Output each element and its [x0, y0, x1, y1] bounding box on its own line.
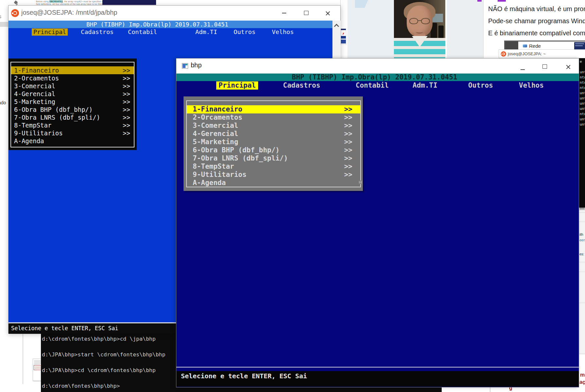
submenu-arrow: >> — [123, 66, 130, 74]
menu-item-orcamentos[interactable]: 2-Orcamentos>> — [187, 113, 360, 122]
purple-text-fragment — [477, 0, 482, 2]
menu-contabil[interactable]: Contabil — [356, 81, 389, 90]
menu-item-obra-bhp[interactable]: 6-Obra BHP (dbf_bhp/)>> — [187, 146, 360, 154]
menu-outros[interactable]: Outros — [468, 81, 493, 90]
close-button[interactable] — [566, 64, 571, 69]
submenu-arrow: >> — [344, 162, 352, 171]
embedded-terminal-titlebar: joseq@JOSEJPA: ~ — [499, 49, 585, 58]
console-line: d:\cdrom\fontes\bhp\bhp> — [42, 383, 120, 389]
submenu-arrow: >> — [344, 130, 352, 138]
submenu-arrow: >> — [123, 82, 130, 90]
minimize-button[interactable] — [521, 69, 525, 70]
menu-item-gerencial[interactable]: 4-Gerencial>> — [11, 90, 134, 98]
menu-cadastros[interactable]: Cadastros — [283, 81, 320, 90]
background-side-panel — [447, 0, 484, 58]
status-bar: Selecione e tecle ENTER, ESC Sai — [9, 323, 177, 334]
menu-item-marketing[interactable]: 5-Marketing>> — [187, 138, 360, 146]
menu-velhos[interactable]: Velhos — [519, 81, 544, 90]
page-edge-line — [23, 333, 23, 384]
wsl-titlebar[interactable]: joseq@JOSEJPA: /mnt/d/jpa/bhp — [9, 6, 340, 21]
red-text-fragment: m — [580, 372, 585, 378]
glasses-left-lens — [409, 18, 418, 24]
dropdown-menu-inner: 1-Financeiro>> 2-Orcamentos>> 3-Comercia… — [10, 62, 134, 147]
menu-principal[interactable]: Principal — [32, 28, 68, 36]
menu-item-financeiro[interactable]: 1-Financeiro>> — [11, 66, 134, 74]
menu-item-orcamentos[interactable]: 2-Orcamentos>> — [11, 74, 134, 82]
app-header-bar: BHP (TIBHP) Imp.Obra(lp) 2019.07.31.0451 — [9, 21, 332, 28]
console-line: d:\JPA\bhp>start \cdrom\fontes\bhp\bhp — [42, 351, 166, 358]
console-line: d:\JPA\bhp>cd \cdrom\fontes\bhp\bhp — [42, 367, 156, 374]
background-window-fragment — [102, 0, 156, 5]
menu-item-agenda[interactable]: A-Agenda — [187, 179, 360, 187]
menu-principal[interactable]: Principal — [216, 81, 258, 90]
console-line: d:\cdrom\fontes\bhp\bhp>cd \jpa\bhp — [42, 336, 156, 342]
left-edge-toolbar-fragment — [0, 22, 8, 27]
ubuntu-icon — [11, 9, 19, 17]
menu-item-comercial[interactable]: 3-Comercial>> — [187, 122, 360, 130]
menu-item-gerencial[interactable]: 4-Gerencial>> — [187, 130, 360, 138]
red-text-fragment: aç — [579, 379, 585, 385]
app-header-text: BHP (TIBHP) Imp.Obra(lp) 2019.07.31.0451 — [86, 21, 228, 28]
menu-item-utilitarios[interactable]: 9-Utilitarios>> — [187, 171, 360, 179]
submenu-arrow: >> — [344, 171, 352, 179]
maximize-button[interactable] — [304, 11, 309, 15]
app-header-text: BHP (TIBHP) Imp.Obra(lp) 2019.07.31.0451 — [292, 74, 457, 81]
dropdown-menu: 1-Financeiro>> 2-Orcamentos>> 3-Comercia… — [9, 59, 137, 150]
status-separator — [176, 367, 579, 367]
submenu-arrow: >> — [344, 122, 352, 130]
submenu-arrow: >> — [344, 138, 352, 146]
menu-admti[interactable]: Adm.TI — [195, 28, 217, 36]
menu-item-utilitarios[interactable]: 9-Utilitarios>> — [11, 129, 134, 137]
menu-item-obra-bhp[interactable]: 6-Obra BHP (dbf_bhp/)>> — [11, 106, 134, 113]
menu-cadastros[interactable]: Cadastros — [81, 28, 114, 36]
menu-item-obra-lnrs[interactable]: 7-Obra LNRS (dbf_spli/)>> — [11, 113, 134, 121]
note-line: NÃO é máquina virtual, é um prom — [488, 5, 585, 13]
scrollbar-fragment[interactable] — [579, 208, 585, 210]
menu-velhos[interactable]: Velhos — [272, 28, 294, 36]
background-doc-strip: ith een es: — [579, 210, 585, 355]
submenu-arrow: >> — [344, 146, 352, 154]
glasses-bridge — [418, 20, 421, 21]
submenu-arrow: >> — [344, 113, 352, 122]
webcam-photo — [394, 0, 445, 58]
dropdown-menu-inner: 1-Financeiro>> 2-Orcamentos>> 3-Comercia… — [186, 100, 361, 187]
menu-item-obra-lnrs[interactable]: 7-Obra LNRS (dbf_spli/)>> — [187, 154, 360, 162]
minimize-button[interactable] — [282, 13, 286, 13]
note-line: E é binariamente compatível com — [488, 29, 585, 37]
submenu-arrow: >> — [344, 154, 352, 162]
left-edge-text-fragment: s — [0, 14, 1, 20]
menu-item-tempstar[interactable]: 8-TempStar>> — [11, 121, 134, 129]
left-edge-text-fragment: ado — [0, 100, 6, 105]
glasses-right-lens — [421, 18, 430, 24]
person-smile — [416, 30, 423, 33]
menu-item-agenda[interactable]: A-Agenda — [11, 137, 134, 145]
bhp-titlebar[interactable]: bhp — [176, 59, 579, 74]
ubuntu-icon — [501, 51, 506, 57]
dropdown-menu: 1-Financeiro>> 2-Orcamentos>> 3-Comercia… — [184, 96, 363, 191]
submenu-arrow: >> — [123, 90, 130, 98]
page-edge-line — [490, 387, 490, 392]
menu-item-comercial[interactable]: 3-Comercial>> — [11, 82, 134, 90]
menu-admti[interactable]: Adm.TI — [413, 81, 437, 90]
submenu-arrow: >> — [123, 129, 130, 137]
status-bar: Selecione e tecle ENTER, ESC Sai — [176, 371, 579, 387]
menu-contabil[interactable]: Contabil — [128, 28, 157, 36]
submenu-arrow: >> — [344, 105, 352, 113]
menu-outros[interactable]: Outros — [234, 28, 256, 36]
submenu-arrow: >> — [123, 98, 130, 106]
background-webpage-sliver: ✗ — [341, 28, 346, 45]
submenu-arrow: >> — [123, 121, 130, 129]
menu-item-marketing[interactable]: 5-Marketing>> — [11, 98, 134, 106]
scroll-up-icon[interactable] — [334, 24, 339, 29]
submenu-arrow: >> — [123, 106, 130, 113]
error-x-icon: ✗ — [341, 32, 346, 36]
close-button[interactable] — [325, 10, 330, 16]
bhp-window-title: bhp — [191, 61, 202, 69]
background-diagonal-shape — [355, 0, 374, 8]
resize-grip[interactable] — [358, 180, 363, 184]
purple-text-fragment — [498, 0, 506, 2]
note-line: Pode-se chamar programas Window — [488, 17, 585, 25]
menu-item-tempstar[interactable]: 8-TempStar>> — [187, 162, 360, 171]
maximize-button[interactable] — [542, 64, 547, 69]
menu-item-financeiro[interactable]: 1-Financeiro>> — [187, 105, 360, 113]
